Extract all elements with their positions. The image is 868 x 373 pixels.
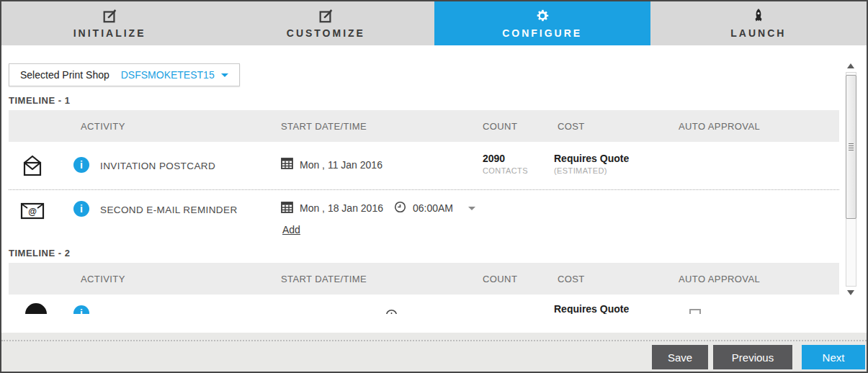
tab-label: LAUNCH (730, 27, 786, 39)
tab-label: CUSTOMIZE (287, 27, 365, 39)
column-header-start-date-time: START DATE/TIME (281, 121, 367, 132)
scroll-up-arrow-icon[interactable] (847, 63, 854, 68)
tab-customize[interactable]: CUSTOMIZE (218, 1, 434, 45)
column-header-activity: ACTIVITY (81, 121, 125, 132)
tab-configure[interactable]: CONFIGURE (434, 1, 650, 45)
add-date-link[interactable]: Add (282, 224, 300, 235)
footer-divider (1, 340, 867, 341)
compose-icon (102, 8, 117, 24)
vertical-scrollbar[interactable] (844, 59, 859, 300)
svg-text:@: @ (28, 207, 37, 217)
timeline-1-header: ACTIVITY START DATE/TIME COUNT COST AUTO… (9, 110, 839, 142)
start-date-field[interactable]: Mon , 11 Jan 2016 (281, 158, 382, 171)
column-header-activity: ACTIVITY (81, 274, 125, 284)
column-header-start-date-time: START DATE/TIME (281, 274, 367, 284)
info-icon[interactable]: i (73, 305, 89, 314)
print-shop-label: Selected Print Shop (20, 69, 109, 81)
timeline-2-header: ACTIVITY START DATE/TIME COUNT COST AUTO… (9, 263, 839, 295)
table-row-second-email-reminder: @ i SECOND E-MAIL REMINDER Mon , 18 Jan … (9, 190, 839, 248)
print-shop-dropdown[interactable]: DSFSMOKETEST15 (121, 69, 228, 81)
cost-estimate-label: (ESTIMATED) (554, 166, 629, 175)
clock-icon (385, 309, 398, 314)
info-icon[interactable]: i (73, 157, 89, 173)
compose-icon (318, 8, 334, 24)
cost-value: Requires Quote (554, 153, 629, 164)
cost-cell: Requires Quote (ESTIMATED) (554, 303, 629, 314)
column-header-count: COUNT (483, 121, 517, 132)
email-envelope-icon: @ (19, 202, 45, 223)
tab-label: INITIALIZE (73, 27, 146, 39)
column-header-cost: COST (558, 274, 585, 284)
previous-button[interactable]: Previous (713, 345, 792, 369)
time-dropdown-chevron-icon[interactable] (468, 207, 475, 210)
content-viewport: Selected Print Shop DSFSMOKETEST15 TIMEL… (1, 49, 844, 314)
column-header-auto-approval: AUTO APPROVAL (679, 274, 760, 284)
scroll-down-arrow-icon[interactable] (847, 290, 854, 295)
print-shop-value: DSFSMOKETEST15 (121, 69, 215, 81)
start-date-value[interactable]: Mon , 18 Jan 2016 (300, 202, 383, 214)
scrollbar-thumb[interactable] (846, 75, 856, 219)
column-header-auto-approval: AUTO APPROVAL (679, 121, 760, 132)
auto-approval-checkbox[interactable] (689, 309, 701, 314)
activity-icon (25, 303, 47, 314)
start-date-time-field: Mon , 18 Jan 2016 06:00AM (281, 201, 475, 215)
clock-icon (394, 201, 406, 215)
scrollbar-grip-icon (849, 143, 854, 150)
campaign-configure-page: INITIALIZE CUSTOMIZE CONFIGURE LAUNCH Se… (0, 0, 868, 373)
calendar-icon[interactable] (281, 202, 293, 215)
table-row-partial: i Requires Quote (ESTIMATED) (9, 295, 839, 314)
next-button[interactable]: Next (802, 345, 865, 369)
table-row-invitation-postcard: i INVITATION POSTCARD Mon , 11 Jan 2016 … (9, 142, 839, 190)
gear-icon (534, 8, 550, 24)
activity-name: INVITATION POSTCARD (100, 161, 215, 171)
tab-initialize[interactable]: INITIALIZE (1, 1, 218, 45)
column-header-cost: COST (558, 121, 585, 132)
count-value: 2090 (483, 153, 528, 164)
count-unit-label: CONTACTS (483, 166, 528, 175)
activity-name: SECOND E-MAIL REMINDER (100, 205, 238, 215)
tab-launch[interactable]: LAUNCH (650, 1, 867, 45)
calendar-icon (281, 158, 293, 171)
column-header-count: COUNT (483, 274, 517, 284)
start-time-value[interactable]: 06:00AM (413, 202, 453, 214)
timeline-2-title: TIMELINE - 2 (9, 248, 70, 259)
wizard-tabbar: INITIALIZE CUSTOMIZE CONFIGURE LAUNCH (1, 1, 867, 45)
chevron-down-icon (221, 73, 228, 77)
count-cell: 2090 CONTACTS (483, 153, 528, 175)
print-shop-selector: Selected Print Shop DSFSMOKETEST15 (9, 63, 240, 86)
tab-label: CONFIGURE (502, 27, 582, 39)
cost-value: Requires Quote (554, 303, 629, 314)
cost-cell: Requires Quote (ESTIMATED) (554, 153, 629, 175)
save-button[interactable]: Save (652, 345, 708, 369)
postcard-envelope-icon (19, 153, 45, 181)
rocket-icon (751, 8, 766, 24)
timeline-1-title: TIMELINE - 1 (9, 95, 70, 106)
start-date-value: Mon , 11 Jan 2016 (300, 159, 382, 171)
footer-bar: Save Previous Next (1, 333, 867, 372)
info-icon[interactable]: i (73, 201, 89, 217)
